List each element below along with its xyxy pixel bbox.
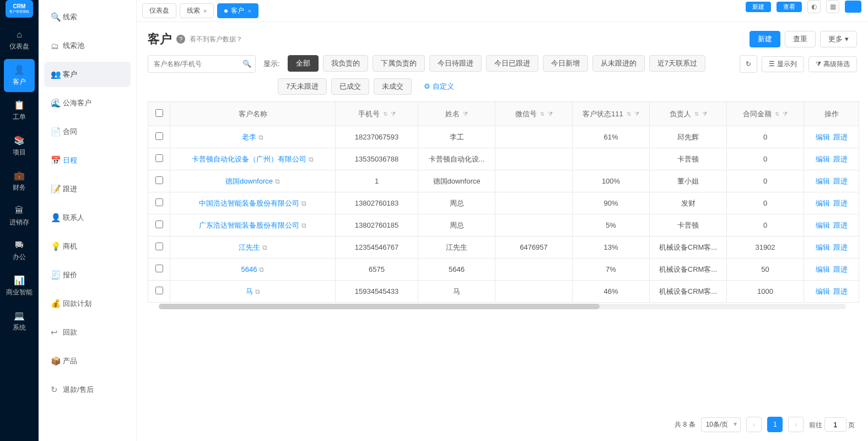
customer-name-link[interactable]: 广东浩达智能装备股份有限公司 bbox=[199, 221, 299, 229]
filter-icon[interactable]: ⧩ bbox=[702, 110, 707, 117]
new-button[interactable]: 新建 bbox=[750, 31, 780, 47]
follow-link[interactable]: 跟进 bbox=[833, 154, 848, 164]
theme-icon[interactable]: ◐ bbox=[807, 0, 821, 13]
top-pill-2[interactable]: 查看 bbox=[777, 2, 802, 12]
columns-button[interactable]: ☰显示列 bbox=[762, 56, 804, 72]
filter-icon[interactable]: ⧩ bbox=[634, 110, 639, 117]
sidebar-item-3[interactable]: 🌊公海客户 bbox=[44, 90, 131, 116]
customer-name-link[interactable]: 江先生 bbox=[239, 243, 260, 251]
copy-icon[interactable]: ⧉ bbox=[301, 222, 306, 229]
follow-link[interactable]: 跟进 bbox=[833, 220, 848, 230]
filter-chip-1[interactable]: 我负责的 bbox=[323, 55, 368, 72]
copy-icon[interactable]: ⧉ bbox=[259, 266, 264, 273]
follow-link[interactable]: 跟进 bbox=[833, 265, 848, 275]
edit-link[interactable]: 编辑 bbox=[816, 220, 830, 230]
grid-icon[interactable]: ▦ bbox=[826, 0, 839, 13]
search-icon[interactable]: 🔍 bbox=[242, 60, 251, 68]
filter-icon[interactable]: ⧩ bbox=[783, 110, 788, 117]
customer-name-link[interactable]: 卡普顿自动化设备（广州）有限公司 bbox=[192, 155, 306, 163]
filter-chip-0[interactable]: 全部 bbox=[288, 55, 319, 72]
filter-chip-5[interactable]: 今日新增 bbox=[543, 55, 588, 72]
search-input[interactable] bbox=[148, 55, 256, 73]
tab-2[interactable]: 客户× bbox=[217, 3, 258, 18]
sidebar-item-1[interactable]: 🗂线索池 bbox=[44, 33, 131, 58]
row-checkbox[interactable] bbox=[155, 287, 163, 294]
customer-name-link[interactable]: 马 bbox=[246, 287, 253, 295]
page-number-button[interactable]: 1 bbox=[767, 417, 783, 432]
sort-icon[interactable]: ⇅ bbox=[627, 111, 631, 117]
tab-0[interactable]: 仪表盘 bbox=[142, 3, 176, 18]
row-checkbox[interactable] bbox=[155, 243, 163, 250]
sidebar-item-7[interactable]: 👤联系人 bbox=[44, 205, 131, 230]
row-checkbox[interactable] bbox=[155, 132, 163, 140]
nav-item-2[interactable]: 📋工单 bbox=[4, 94, 35, 127]
nav-item-8[interactable]: 💻系统 bbox=[4, 305, 35, 338]
filter-icon[interactable]: ⧩ bbox=[391, 110, 396, 117]
next-page-button[interactable]: › bbox=[788, 417, 804, 432]
follow-link[interactable]: 跟进 bbox=[833, 243, 848, 252]
filter-chip-2[interactable]: 下属负责的 bbox=[373, 55, 425, 72]
copy-icon[interactable]: ⧉ bbox=[255, 288, 260, 295]
sidebar-item-5[interactable]: 📅日程 bbox=[44, 148, 131, 173]
edit-link[interactable]: 编辑 bbox=[816, 243, 830, 252]
select-all-checkbox[interactable] bbox=[155, 109, 163, 117]
edit-link[interactable]: 编辑 bbox=[816, 154, 830, 164]
sidebar-item-4[interactable]: 📄合同 bbox=[44, 119, 131, 144]
edit-link[interactable]: 编辑 bbox=[816, 132, 830, 142]
customer-name-link[interactable]: 德国downforce bbox=[225, 177, 273, 185]
refresh-button[interactable]: ↻ bbox=[740, 55, 757, 73]
sort-icon[interactable]: ⇅ bbox=[540, 111, 544, 117]
row-checkbox[interactable] bbox=[155, 154, 163, 162]
follow-link[interactable]: 跟进 bbox=[833, 287, 848, 297]
jump-input[interactable] bbox=[824, 417, 847, 432]
filter-chip-6[interactable]: 从未跟进的 bbox=[592, 55, 645, 72]
edit-link[interactable]: 编辑 bbox=[816, 176, 830, 186]
sort-icon[interactable]: ⇅ bbox=[383, 111, 387, 117]
nav-item-1[interactable]: 👤客户 bbox=[4, 59, 35, 92]
copy-icon[interactable]: ⧉ bbox=[262, 244, 267, 251]
sidebar-item-0[interactable]: 🔍线索 bbox=[44, 4, 131, 30]
avatar[interactable] bbox=[845, 1, 861, 13]
more-button[interactable]: 更多 ▾ bbox=[820, 31, 857, 47]
edit-link[interactable]: 编辑 bbox=[816, 287, 830, 297]
nav-item-7[interactable]: 📊商业智能 bbox=[4, 270, 35, 303]
filter-chip2-0[interactable]: 7天未跟进 bbox=[278, 78, 327, 95]
customer-name-link[interactable]: 中国浩达智能装备股份有限公司 bbox=[199, 199, 299, 207]
page-size-select[interactable]: 10条/页 bbox=[701, 417, 741, 432]
filter-icon[interactable]: ⧩ bbox=[463, 110, 468, 117]
filter-chip-7[interactable]: 近7天联系过 bbox=[649, 55, 705, 72]
sidebar-item-12[interactable]: 📦产品 bbox=[44, 348, 131, 374]
filter-chip2-2[interactable]: 未成交 bbox=[374, 78, 412, 95]
scroll-thumb[interactable] bbox=[159, 304, 600, 309]
customer-name-link[interactable]: 5646 bbox=[241, 265, 257, 273]
nav-item-3[interactable]: 📚项目 bbox=[4, 130, 35, 163]
row-checkbox[interactable] bbox=[155, 176, 163, 184]
filter-icon[interactable]: ⧩ bbox=[548, 110, 553, 117]
filter-chip2-1[interactable]: 已成交 bbox=[331, 78, 369, 95]
copy-icon[interactable]: ⧉ bbox=[275, 178, 280, 185]
help-text[interactable]: 看不到客户数据？ bbox=[190, 35, 242, 44]
sidebar-item-11[interactable]: ↩回款 bbox=[44, 320, 131, 345]
close-icon[interactable]: × bbox=[247, 8, 251, 14]
advanced-filter-button[interactable]: ⧩高级筛选 bbox=[808, 56, 857, 72]
nav-item-5[interactable]: 🏛进销存 bbox=[4, 200, 35, 233]
filter-chip-3[interactable]: 今日待跟进 bbox=[429, 55, 482, 72]
nav-item-6[interactable]: ⛟办公 bbox=[4, 235, 35, 267]
custom-filter-button[interactable]: ⚙ 自定义 bbox=[416, 79, 462, 94]
horizontal-scrollbar[interactable] bbox=[159, 304, 846, 309]
sidebar-item-6[interactable]: 📝跟进 bbox=[44, 176, 131, 202]
copy-icon[interactable]: ⧉ bbox=[309, 155, 314, 163]
help-icon[interactable]: ? bbox=[176, 35, 185, 44]
row-checkbox[interactable] bbox=[155, 265, 163, 272]
customer-name-link[interactable]: 老李 bbox=[242, 133, 256, 141]
sidebar-item-2[interactable]: 👥客户 bbox=[44, 62, 131, 87]
filter-chip-4[interactable]: 今日已跟进 bbox=[486, 55, 538, 72]
sort-icon[interactable]: ⇅ bbox=[775, 111, 779, 117]
follow-link[interactable]: 跟进 bbox=[833, 132, 848, 142]
edit-link[interactable]: 编辑 bbox=[816, 198, 830, 208]
nav-item-0[interactable]: ⌂仪表盘 bbox=[4, 24, 35, 57]
follow-link[interactable]: 跟进 bbox=[833, 176, 848, 186]
sidebar-item-13[interactable]: ↻退款/售后 bbox=[44, 377, 131, 402]
row-checkbox[interactable] bbox=[155, 198, 163, 206]
nav-item-4[interactable]: 💼财务 bbox=[4, 165, 35, 198]
